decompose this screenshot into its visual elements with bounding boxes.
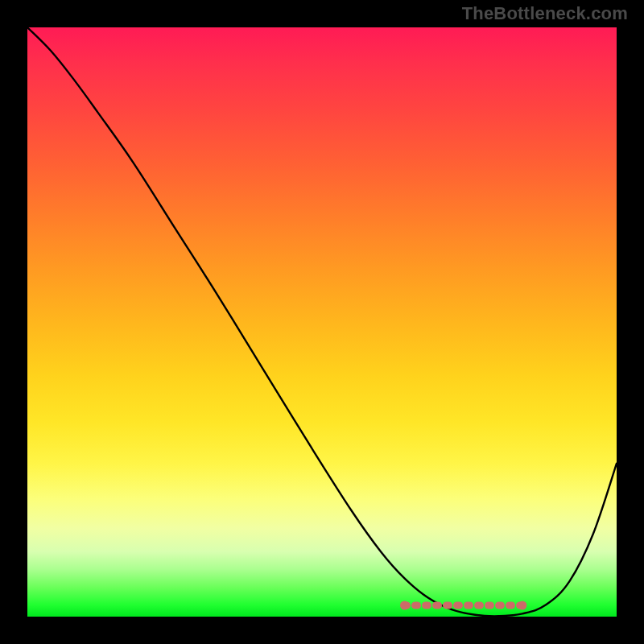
svg-point-1: [518, 601, 526, 610]
watermark-text: TheBottleneck.com: [462, 3, 628, 24]
plot-area: [27, 27, 617, 617]
svg-point-0: [400, 601, 409, 610]
chart-frame: TheBottleneck.com: [0, 0, 644, 644]
bottleneck-curve: [27, 27, 617, 617]
